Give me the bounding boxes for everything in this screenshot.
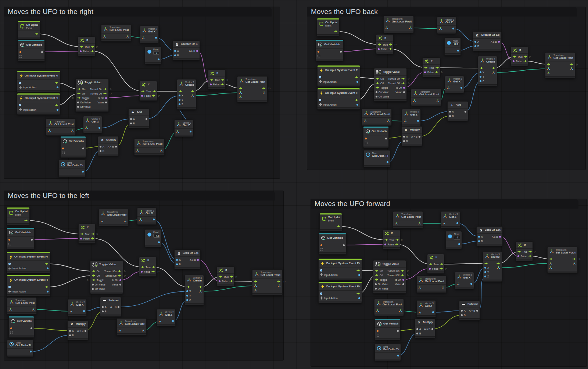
port-in[interactable]: [254, 280, 258, 283]
port-in[interactable]: [461, 310, 463, 312]
node-transform-get-local-position[interactable]: TransformGet Local Position: [374, 299, 404, 316]
node-if-branch[interactable]: IfTrueFalse▷: [139, 257, 157, 277]
port-in[interactable]: [102, 306, 104, 308]
port-in[interactable]: [375, 269, 379, 272]
port-in[interactable]: [176, 263, 178, 265]
port-out[interactable]: [528, 255, 532, 258]
node-multiply-operator[interactable]: ×MultiplyAA × BB: [415, 319, 435, 338]
port-in[interactable]: [92, 270, 96, 273]
edge-connection[interactable]: [499, 263, 551, 268]
port-out[interactable]: [24, 219, 28, 222]
port-in[interactable]: [92, 288, 94, 290]
node-transform-get-local-position[interactable]: TransformGet Local Position: [393, 211, 423, 228]
edge-connection[interactable]: [42, 51, 81, 52]
port-in[interactable]: [320, 248, 323, 251]
port-out[interactable]: [397, 330, 399, 332]
node-multiply-operator[interactable]: ×MultiplyAA × BB: [98, 136, 119, 156]
port-in[interactable]: [186, 299, 188, 301]
node-on-input-system-event-float[interactable]: On Input System Event FloatInput Action: [7, 252, 50, 273]
port-in[interactable]: [376, 77, 379, 80]
edge-connection[interactable]: [341, 49, 379, 52]
node-on-input-system-event-float[interactable]: On Input System Event FloatInput Action: [317, 65, 360, 87]
port-out[interactable]: [356, 292, 360, 295]
edge-connection[interactable]: [433, 311, 462, 312]
port-in[interactable]: [319, 99, 321, 101]
port-in[interactable]: [456, 282, 460, 285]
port-in[interactable]: [158, 319, 162, 323]
port-out[interactable]: [152, 266, 155, 269]
node-vector3-get-component[interactable]: Vector 3Get X: [83, 116, 102, 133]
port-in[interactable]: [179, 90, 182, 93]
port-in[interactable]: [385, 26, 388, 29]
port-in[interactable]: [69, 309, 73, 313]
port-in[interactable]: [413, 99, 416, 102]
port-out[interactable]: [57, 86, 58, 88]
edge-connection[interactable]: [442, 263, 486, 264]
port-in[interactable]: [424, 66, 428, 69]
edge-connection[interactable]: [390, 49, 426, 68]
port-in[interactable]: [403, 136, 405, 138]
node-get-variable[interactable]: Get Variable: [375, 319, 401, 340]
port-in[interactable]: [77, 92, 81, 95]
edge-connection[interactable]: [106, 96, 142, 98]
node-if-branch[interactable]: IfTrue▷False: [383, 230, 400, 249]
port-in[interactable]: [478, 236, 480, 238]
node-on-update-event[interactable]: On UpdateEvent: [18, 21, 40, 39]
port-out[interactable]: [334, 30, 338, 33]
port-out[interactable]: [85, 330, 86, 332]
node-if-branch[interactable]: IfTrueFalse▷: [422, 57, 440, 77]
port-in[interactable]: [179, 95, 180, 96]
node-vector3-get-component[interactable]: Vector 3Get X: [445, 76, 464, 93]
node-transform-get-local-position[interactable]: TransformGet Local Position: [7, 297, 37, 315]
port-in[interactable]: [179, 103, 180, 105]
node-transform-get-local-position[interactable]: TransformGet Local Position: [46, 118, 76, 136]
port-out[interactable]: [388, 47, 392, 50]
port-in[interactable]: [19, 51, 21, 53]
edge-connection[interactable]: [121, 272, 142, 280]
port-out[interactable]: [47, 267, 49, 269]
port-out[interactable]: [221, 78, 225, 81]
port-out[interactable]: [153, 90, 156, 93]
port-in[interactable]: [377, 334, 379, 337]
port-out[interactable]: [191, 90, 194, 93]
port-in[interactable]: [102, 311, 104, 312]
port-in[interactable]: [10, 327, 12, 329]
node-if-branch[interactable]: IfTrueFalse▷: [427, 254, 444, 274]
node-less-or-equal[interactable]: ≤Less Or EqualAA ≤ BB: [174, 249, 201, 269]
port-in[interactable]: [395, 221, 398, 225]
node-on-update-event[interactable]: On UpdateEvent: [7, 207, 30, 226]
port-in[interactable]: [365, 142, 368, 144]
port-in[interactable]: [141, 90, 145, 93]
edge-connection[interactable]: [433, 315, 462, 329]
port-out[interactable]: [83, 310, 85, 312]
node-vector3-get-component[interactable]: Vector 3Get X: [137, 207, 157, 225]
port-out[interactable]: [385, 138, 387, 139]
port-out[interactable]: [499, 236, 501, 238]
input-action-icon[interactable]: [8, 290, 11, 293]
port-in[interactable]: [8, 286, 11, 288]
port-in[interactable]: [62, 148, 64, 149]
edge-connection[interactable]: [437, 68, 481, 68]
value-field[interactable]: 8.5: [453, 42, 459, 46]
port-out[interactable]: [358, 274, 360, 276]
port-out[interactable]: [159, 149, 163, 152]
port-out[interactable]: [115, 146, 117, 148]
port-out[interactable]: [387, 119, 390, 122]
port-in[interactable]: [219, 275, 222, 278]
port-in[interactable]: [375, 288, 377, 290]
edge-connection[interactable]: [193, 93, 241, 96]
edge-connection[interactable]: [119, 291, 187, 307]
node-vector3-create[interactable]: Vector 3CreateXYZ: [184, 275, 204, 305]
port-in[interactable]: [239, 87, 243, 90]
port-out[interactable]: [190, 131, 191, 132]
port-out[interactable]: [528, 250, 532, 253]
node-toggle-value[interactable]: Toggle ValueOnTurned On▷OffTurned Off▷To…: [90, 260, 123, 294]
port-out[interactable]: [570, 63, 573, 66]
port-in[interactable]: [186, 295, 188, 297]
node-vector3-get-component[interactable]: Vector 3Get X: [140, 26, 159, 43]
port-out[interactable]: [103, 88, 107, 91]
port-out[interactable]: [431, 328, 433, 330]
node-vector3-get-component[interactable]: Vector 3Get Z: [402, 109, 421, 126]
port-in[interactable]: [100, 219, 104, 223]
port-in[interactable]: [320, 292, 322, 295]
